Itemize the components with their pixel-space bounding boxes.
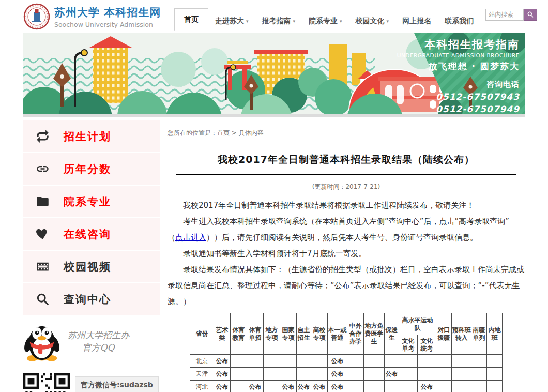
result-cell: - (231, 381, 247, 392)
result-cell: - (452, 381, 471, 392)
link-icon (35, 162, 50, 176)
sidebar-item-label: 历年分数 (64, 162, 111, 176)
banner-subtitle-en: UNDERGRADUATE ADMISSION BROCHURE (397, 52, 520, 58)
result-cell: - (231, 368, 247, 381)
sidebar-item-query-center[interactable]: 查询中心 (23, 283, 160, 315)
qq-box[interactable]: 苏州大学招生办 官方QQ (23, 320, 160, 367)
banner[interactable]: 本科招生报考指南 UNDERGRADUATE ADMISSION BROCHUR… (23, 33, 525, 114)
col-subheader: 文化统考 (418, 335, 436, 355)
paragraph-2-after: ））后，请先仔细阅读有关说明，然后凭本人考生号、身份证号查询录取信息。 (206, 233, 478, 242)
col-header: 地方免费医学生 (364, 313, 385, 355)
col-header: 保送生 (385, 313, 399, 355)
search-icon (527, 11, 534, 18)
sidebar-item-past-scores[interactable]: 历年分数 (23, 153, 160, 185)
qq-caption-line1: 苏州大学招生办 (68, 329, 129, 341)
result-cell: - (436, 381, 452, 392)
qq-caption-line2: 官方QQ (68, 341, 129, 354)
nav-item-label: 走进苏大 (215, 17, 244, 26)
result-cell: - (385, 355, 399, 368)
col-header: 对口援疆 (436, 313, 452, 355)
col-header: 自主招生 (297, 313, 311, 355)
result-cell: - (487, 368, 503, 381)
result-cell: - (471, 381, 487, 392)
sidebar-item-enrollment-plan[interactable]: 招生计划 (23, 120, 160, 152)
logo-subtitle: Soochow University Admission (54, 21, 161, 28)
result-cell: 公布 (311, 381, 328, 392)
nav-item-contact-us[interactable]: 联系我们 (438, 12, 480, 31)
sidebar-item-departments[interactable]: 院系专业 (23, 186, 160, 217)
chevron-down-icon: ▾ (293, 19, 296, 24)
nav-item-apply-guide[interactable]: 报考指南▾ (255, 12, 302, 31)
repeat-icon (35, 129, 50, 143)
table-row: 天津公布------公布--公布------ (190, 368, 503, 381)
nav-item-home[interactable]: 首页 (174, 8, 208, 31)
sidebar-item-label: 招生计划 (64, 129, 111, 144)
university-seal-icon (23, 3, 50, 30)
result-cell: - (399, 355, 418, 368)
sidebar-divider (23, 369, 160, 369)
col-subheader: 文化单考 (399, 335, 418, 355)
chevron-down-icon: ▾ (387, 19, 389, 24)
banner-phone-2: 0512-67507949 (397, 104, 520, 114)
qq-caption: 苏州大学招生办 官方QQ (68, 329, 129, 354)
title-rule (176, 174, 516, 175)
banner-phone-1: 0512-67507943 (397, 92, 520, 102)
nav-item-online-apply[interactable]: 网上报名 (395, 12, 438, 31)
sidebar-item-online-consult[interactable]: 在线咨询 (23, 218, 160, 250)
wechat-box: 官方微信号:sudazsb 扫一扫关注 (23, 373, 160, 392)
site-logo[interactable]: 苏州大学 本科招生网 Soochow University Admission (23, 3, 174, 30)
site-header: 苏州大学 本科招生网 Soochow University Admission … (23, 0, 525, 33)
nav-item-label: 网上报名 (402, 17, 431, 26)
province-cell: 北京 (190, 355, 214, 368)
wechat-qr-code (23, 373, 70, 392)
banner-slogan: 放飞理想 · 圆梦苏大 (397, 61, 520, 72)
paragraph-2: 考生进入我校本科招生录取查询系统（在本站首页进入左侧“查询中心”后，点击“高考录… (168, 214, 525, 246)
col-header: 高校专项 (311, 313, 328, 355)
result-cell: 公布 (214, 381, 231, 392)
result-cell: 公布 (328, 368, 347, 381)
result-cell: - (247, 355, 264, 368)
result-cell: - (487, 355, 503, 368)
search-input[interactable] (485, 9, 524, 21)
col-header-province: 省份 (190, 313, 214, 355)
col-header-group: 高水平运动队 (399, 313, 436, 335)
table-row: 北京公布------公布--------- (190, 355, 503, 368)
wechat-text: 官方微信号:sudazsb 扫一扫关注 (75, 376, 159, 392)
col-header: 本一或普通 (328, 313, 347, 355)
breadcrumb-current[interactable]: 具体内容 (239, 129, 264, 137)
nav-item-campus-culture[interactable]: 校园文化▾ (349, 12, 396, 31)
result-cell: - (264, 381, 280, 392)
qq-penguin-icon (23, 320, 60, 363)
result-cell: - (364, 381, 385, 392)
result-cell: - (452, 355, 471, 368)
result-cell: - (436, 355, 452, 368)
sidebar-item-label: 校园视频 (64, 260, 111, 274)
sidebar-item-label: 在线咨询 (64, 227, 111, 242)
search-button[interactable] (524, 9, 537, 21)
breadcrumb-prefix: 您所在的位置是： (168, 129, 217, 137)
sidebar-item-label: 院系专业 (64, 194, 111, 209)
col-header: 预科班转入 (452, 313, 471, 355)
breadcrumb-home-link[interactable]: 首页 (217, 129, 230, 137)
col-header: 内地班 (487, 313, 503, 355)
nav-item-about-suda[interactable]: 走进苏大▾ (208, 12, 255, 31)
sidebar-item-campus-videos[interactable]: 校园视频 (23, 251, 160, 282)
result-cell: 公布 (328, 381, 347, 392)
result-cell: 公布 (214, 355, 231, 368)
result-cell: - (452, 368, 471, 381)
col-header: 艺术类 (214, 313, 231, 355)
result-cell: - (311, 355, 328, 368)
click-enter-link[interactable]: 点击进入 (175, 233, 206, 242)
nav-item-label: 院系专业 (309, 17, 338, 26)
result-cell: 公布 (328, 355, 347, 368)
nav-item-departments[interactable]: 院系专业▾ (302, 12, 349, 31)
admission-result-table: 省份艺术类体育教育体育单招地方专项国家专项自主招生高校专项本一或普通中外合作办学… (190, 313, 503, 392)
result-cell: - (418, 368, 436, 381)
banner-shadow (23, 114, 525, 117)
result-cell: - (347, 381, 364, 392)
chevron-down-icon: ▾ (340, 19, 342, 24)
result-cell: - (347, 368, 364, 381)
result-cell: 公布 (280, 381, 297, 392)
result-cell: - (364, 355, 385, 368)
col-header: 体育教育 (231, 313, 247, 355)
